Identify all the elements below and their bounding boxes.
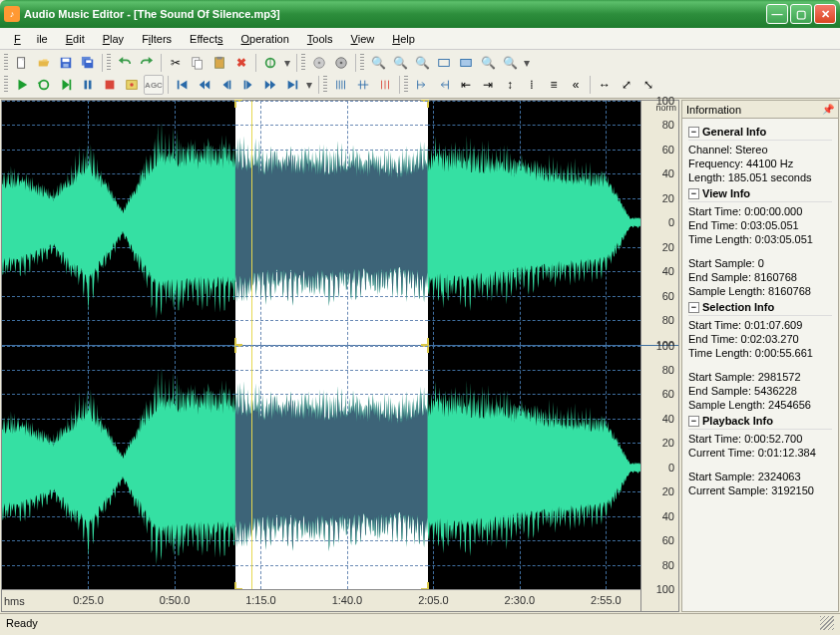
svg-point-23 [130,83,134,87]
mix-button[interactable] [260,53,280,73]
rewind-button[interactable] [195,75,214,95]
info-sel-end: End Time: 0:02:03.270 [688,332,832,346]
collapse-icon[interactable]: − [688,302,699,313]
zoom-v-in-button[interactable]: 🔍 [478,53,498,73]
menu-bar: File Edit Play Filters Effects Operation… [0,28,840,50]
info-sel-len: Time Length: 0:00:55.661 [688,346,832,360]
toolbar-grip[interactable] [323,76,327,94]
open-file-button[interactable] [34,53,54,73]
collapse-icon[interactable]: − [688,416,699,427]
section-view[interactable]: −View Info [688,184,832,202]
status-text: Ready [6,617,38,629]
menu-help[interactable]: Help [384,31,423,47]
pause-button[interactable] [78,75,98,95]
sel-start-button[interactable] [412,75,432,95]
info-view-ssample: Start Sample: 0 [688,256,832,270]
menu-edit[interactable]: Edit [58,31,93,47]
zoom-out-button[interactable]: 🔍 [412,53,432,73]
dropdown-icon[interactable]: ▾ [304,75,314,95]
sel-tool-3-button[interactable]: ↕ [500,75,520,95]
minimize-button[interactable]: — [766,4,788,24]
svg-rect-6 [86,60,91,63]
menu-effects[interactable]: Effects [182,31,230,47]
waveform-channel-right[interactable]: 10080604020020406080100 [2,346,678,590]
toolbar-grip[interactable] [360,54,364,72]
close-button[interactable]: ✕ [814,4,836,24]
info-view-end: End Time: 0:03:05.051 [688,218,832,232]
sel-tool-4-button[interactable]: ⁞ [522,75,542,95]
marker-2-button[interactable] [353,75,373,95]
step-fwd-button[interactable] [238,75,258,95]
new-file-button[interactable] [12,53,32,73]
sel-expand-out-button[interactable]: ⤢ [617,75,636,95]
toolbar-grip[interactable] [107,54,111,72]
sel-tool-5-button[interactable]: ≡ [544,75,564,95]
delete-button[interactable]: ✖ [231,53,251,73]
maximize-button[interactable]: ▢ [790,4,812,24]
sel-expand-in-button[interactable]: ⤡ [638,75,658,95]
cd-button[interactable] [309,53,329,73]
waveform-channel-left[interactable]: norm10080604020020406080100 [2,101,678,346]
save-button[interactable] [56,53,76,73]
sel-tool-2-button[interactable]: ⇥ [478,75,498,95]
dropdown-icon[interactable]: ▾ [522,53,532,73]
sel-tool-6-button[interactable]: « [566,75,586,95]
save-all-button[interactable] [78,53,98,73]
menu-view[interactable]: View [343,31,383,47]
timeline-ruler[interactable]: hms 0:25.00:50.01:15.01:40.02:05.02:30.0… [2,589,640,611]
play-button[interactable] [12,75,32,95]
menu-filters[interactable]: Filters [134,31,180,47]
collapse-icon[interactable]: − [688,188,699,199]
svg-rect-16 [439,60,450,67]
zoom-button[interactable]: 🔍 [368,53,388,73]
toolbar-grip[interactable] [4,76,8,94]
zoom-v-out-button[interactable]: 🔍 [500,53,520,73]
svg-rect-17 [461,60,472,67]
dropdown-icon[interactable]: ▾ [282,53,292,73]
timeline-unit-label: hms [4,595,25,607]
fforward-button[interactable] [260,75,280,95]
section-playback[interactable]: −Playback Info [688,412,832,430]
sel-end-button[interactable] [434,75,454,95]
sel-expand-h-button[interactable]: ↔ [595,75,615,95]
record-button[interactable] [122,75,142,95]
copy-button[interactable] [188,53,208,73]
info-pb-ssample: Start Sample: 2324063 [688,470,832,483]
marker-3-button[interactable] [375,75,395,95]
zoom-in-button[interactable]: 🔍 [390,53,410,73]
undo-button[interactable] [115,53,135,73]
agc-button[interactable]: AGC [144,75,164,95]
section-general[interactable]: −General Info [688,123,832,141]
menu-play[interactable]: Play [95,31,132,47]
zoom-fit-button[interactable] [434,53,454,73]
paste-button[interactable] [210,53,229,73]
play-sel-button[interactable] [56,75,76,95]
waveform-editor[interactable]: norm10080604020020406080100 100806040200… [1,100,679,612]
pin-icon[interactable]: 📌 [822,104,834,115]
toolbar-grip[interactable] [301,54,305,72]
svg-rect-26 [244,81,246,90]
sel-tool-1-button[interactable]: ⇤ [456,75,476,95]
svg-rect-19 [85,81,88,90]
menu-file[interactable]: File [6,31,56,47]
resize-grip[interactable] [820,616,834,630]
menu-tools[interactable]: Tools [299,31,341,47]
redo-button[interactable] [137,53,157,73]
loop-button[interactable] [34,75,54,95]
info-length: Length: 185.051 seconds [688,170,832,184]
cut-button[interactable]: ✂ [166,53,186,73]
marker-1-button[interactable] [331,75,351,95]
menu-operation[interactable]: Operation [233,31,297,47]
go-start-button[interactable] [173,75,193,95]
stop-button[interactable] [100,75,120,95]
collapse-icon[interactable]: − [688,127,699,138]
svg-rect-20 [89,81,92,90]
step-back-button[interactable] [216,75,236,95]
section-selection[interactable]: −Selection Info [688,298,832,316]
toolbar-grip[interactable] [404,76,408,94]
cd-2-button[interactable] [331,53,351,73]
toolbar-grip[interactable] [4,54,8,72]
info-panel-title: Information [686,104,741,116]
go-end-button[interactable] [282,75,302,95]
zoom-sel-button[interactable] [456,53,476,73]
